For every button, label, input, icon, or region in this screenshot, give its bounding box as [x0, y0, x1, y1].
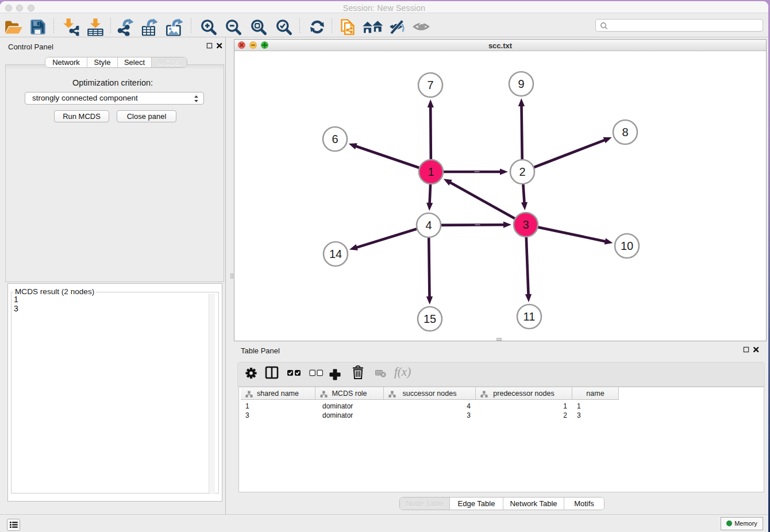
- svg-text:15: 15: [424, 313, 436, 325]
- svg-text:7: 7: [427, 79, 433, 91]
- svg-text:8: 8: [622, 126, 628, 138]
- svg-text:1: 1: [428, 165, 434, 178]
- svg-text:4: 4: [425, 219, 432, 232]
- svg-text:6: 6: [332, 133, 338, 145]
- svg-text:10: 10: [621, 240, 633, 252]
- svg-text:9: 9: [518, 78, 524, 90]
- svg-text:3: 3: [522, 218, 529, 231]
- svg-text:2: 2: [519, 165, 525, 178]
- svg-text:11: 11: [523, 310, 536, 323]
- svg-text:14: 14: [329, 248, 342, 260]
